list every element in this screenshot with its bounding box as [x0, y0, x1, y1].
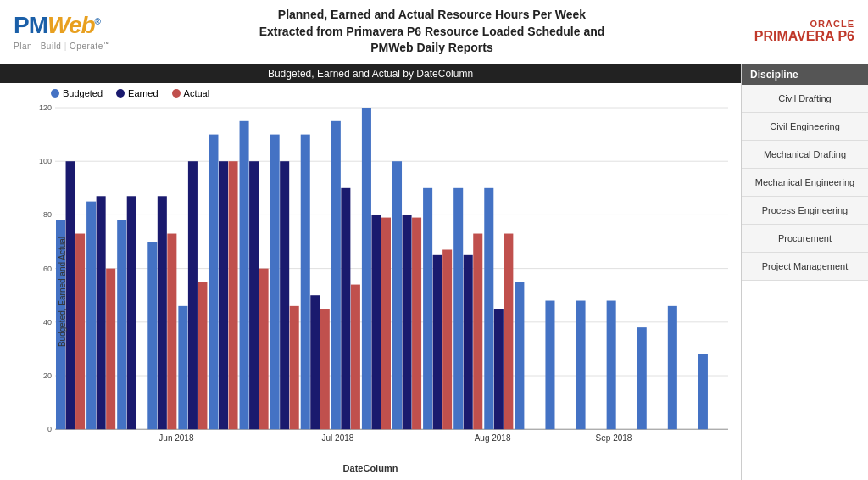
earned-dot — [116, 89, 125, 98]
svg-rect-51 — [433, 255, 442, 429]
logo-web: Web — [47, 12, 95, 38]
chart-main-title: Planned, Earned and Actual Resource Hour… — [109, 7, 754, 57]
legend: Budgeted Earned Actual — [0, 83, 741, 103]
svg-rect-17 — [75, 233, 85, 429]
sidebar-item[interactable]: Procurement — [742, 225, 868, 253]
sidebar: Discipline Civil DraftingCivil Engineeri… — [741, 64, 868, 480]
svg-rect-56 — [484, 188, 493, 429]
sidebar-item[interactable]: Mechanical Drafting — [742, 141, 868, 169]
svg-rect-27 — [188, 161, 198, 429]
logo-pm: PM — [14, 12, 47, 38]
svg-text:120: 120 — [39, 103, 52, 112]
svg-rect-35 — [270, 134, 280, 429]
legend-earned-label: Earned — [128, 88, 158, 98]
svg-rect-19 — [97, 196, 106, 429]
chart-wrapper: Budgeted, Earned and Actual 020406080100… — [0, 103, 741, 480]
svg-rect-54 — [464, 255, 473, 429]
svg-rect-29 — [209, 134, 218, 429]
svg-rect-16 — [66, 161, 75, 429]
legend-earned: Earned — [116, 88, 158, 98]
svg-rect-64 — [668, 306, 677, 429]
legend-actual: Actual — [172, 88, 210, 98]
y-axis-label: Budgeted, Earned and Actual — [58, 237, 67, 347]
svg-rect-21 — [117, 220, 126, 429]
svg-rect-25 — [167, 233, 176, 429]
legend-budgeted: Budgeted — [51, 88, 103, 98]
svg-rect-22 — [127, 196, 136, 429]
svg-rect-46 — [381, 217, 391, 429]
svg-rect-43 — [351, 284, 360, 429]
svg-rect-34 — [259, 268, 269, 429]
primavera-label: PRIMAVERA P6 — [754, 29, 854, 44]
svg-rect-28 — [198, 282, 207, 429]
svg-rect-32 — [240, 121, 249, 429]
svg-text:20: 20 — [43, 371, 52, 380]
oracle-label: ORACLE — [754, 19, 854, 29]
svg-rect-57 — [494, 309, 504, 429]
sidebar-item[interactable]: Mechanical Engineering — [742, 169, 868, 197]
sidebar-item[interactable]: Project Management — [742, 253, 868, 281]
svg-text:Jul 2018: Jul 2018 — [322, 433, 354, 443]
main-container: PMWeb® Plan | Build | Operate™ Planned, … — [0, 0, 868, 480]
svg-rect-65 — [698, 354, 708, 429]
svg-rect-42 — [341, 188, 350, 429]
svg-rect-24 — [158, 196, 167, 429]
svg-rect-60 — [545, 300, 554, 429]
sidebar-item[interactable]: Process Engineering — [742, 197, 868, 225]
svg-rect-55 — [473, 233, 482, 429]
svg-rect-38 — [301, 134, 310, 429]
sidebar-item[interactable]: Civil Engineering — [742, 113, 868, 141]
legend-actual-label: Actual — [184, 88, 210, 98]
sidebar-item[interactable]: Civil Drafting — [742, 85, 868, 113]
svg-rect-45 — [371, 215, 381, 429]
svg-rect-47 — [392, 161, 402, 429]
x-axis-label: DateColumn — [343, 463, 398, 473]
svg-text:Jun 2018: Jun 2018 — [159, 433, 194, 443]
chart-section: Budgeted, Earned and Actual by DateColum… — [0, 64, 741, 480]
logo-subtitle: Plan | Build | Operate™ — [14, 41, 109, 51]
svg-rect-39 — [310, 295, 320, 429]
header-title: Planned, Earned and Actual Resource Hour… — [109, 7, 754, 57]
svg-rect-44 — [362, 108, 371, 429]
oracle-area: ORACLE PRIMAVERA P6 — [754, 19, 854, 44]
svg-text:100: 100 — [39, 157, 52, 165]
header: PMWeb® Plan | Build | Operate™ Planned, … — [0, 0, 868, 64]
svg-rect-62 — [607, 300, 616, 429]
svg-rect-30 — [219, 161, 228, 429]
sidebar-items: Civil DraftingCivil EngineeringMechanica… — [742, 85, 868, 281]
svg-text:60: 60 — [43, 264, 52, 272]
svg-text:Aug 2018: Aug 2018 — [475, 433, 511, 443]
svg-text:0: 0 — [47, 425, 52, 433]
svg-rect-20 — [106, 268, 115, 429]
svg-rect-48 — [403, 215, 412, 429]
chart-title-bar: Budgeted, Earned and Actual by DateColum… — [0, 64, 741, 83]
legend-budgeted-label: Budgeted — [63, 88, 103, 98]
svg-rect-58 — [504, 233, 513, 429]
svg-rect-36 — [280, 161, 289, 429]
sidebar-header: Discipline — [742, 64, 868, 85]
budgeted-dot — [51, 89, 59, 98]
svg-rect-33 — [249, 161, 259, 429]
svg-rect-50 — [423, 188, 432, 429]
svg-rect-49 — [412, 217, 421, 429]
logo: PMWeb® — [14, 12, 100, 39]
svg-rect-61 — [576, 300, 586, 429]
svg-text:40: 40 — [43, 318, 52, 327]
svg-rect-26 — [178, 306, 187, 429]
svg-rect-18 — [86, 201, 96, 429]
svg-rect-37 — [290, 306, 299, 429]
svg-text:Sep 2018: Sep 2018 — [596, 433, 632, 443]
svg-rect-63 — [637, 327, 647, 429]
svg-rect-41 — [331, 121, 341, 429]
svg-rect-52 — [442, 249, 452, 429]
svg-rect-59 — [515, 282, 524, 429]
svg-rect-31 — [229, 161, 238, 429]
logo-area: PMWeb® Plan | Build | Operate™ — [14, 12, 109, 51]
svg-rect-40 — [320, 309, 330, 429]
content-area: Budgeted, Earned and Actual by DateColum… — [0, 64, 868, 480]
actual-dot — [172, 89, 181, 98]
chart-svg: 020406080100120Jun 2018Jul 2018Aug 2018S… — [51, 103, 732, 446]
svg-rect-23 — [147, 242, 157, 429]
svg-text:80: 80 — [43, 210, 52, 219]
svg-rect-53 — [453, 188, 463, 429]
